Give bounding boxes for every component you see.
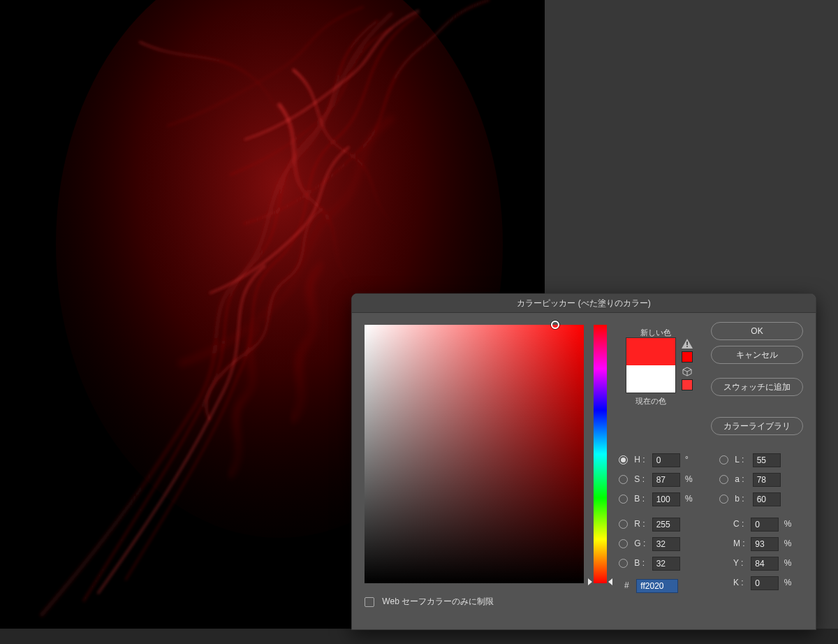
hue-radio[interactable] [619, 455, 628, 464]
hue-handle-right[interactable] [608, 578, 612, 585]
saturation-label: S : [634, 471, 649, 487]
color-swatch-group: 新しい色 現在の色 [617, 325, 694, 338]
Y-unit: % [784, 555, 792, 571]
hex-prefix: # [624, 578, 634, 593]
add-swatch-button[interactable]: スウォッチに追加 [711, 378, 803, 396]
bottom-strip [0, 629, 838, 644]
b-label: b : [735, 491, 750, 506]
C-label: C : [733, 516, 749, 532]
green-radio[interactable] [619, 539, 628, 548]
green-label: G : [634, 536, 649, 551]
M-input[interactable] [751, 537, 779, 551]
color-library-button[interactable]: カラーライブラリ [711, 417, 803, 435]
brightness-radio[interactable] [619, 495, 628, 504]
hue-input[interactable] [652, 453, 680, 467]
hue-label: H : [634, 452, 649, 467]
red-row: R : [619, 516, 680, 532]
M-label: M : [733, 536, 749, 551]
C-input[interactable] [751, 518, 779, 532]
brightness-label: B : [634, 491, 649, 506]
red-label: R : [634, 516, 649, 532]
M-unit: % [784, 536, 792, 551]
green-row: G : [619, 536, 680, 551]
gamut-warning-icon[interactable] [682, 339, 693, 349]
brightness-row: B : % [619, 491, 693, 506]
C-row: C : % [733, 516, 791, 532]
dialog-title[interactable]: カラーピッカー (べた塗りのカラー) [352, 294, 816, 313]
L-input[interactable] [753, 453, 781, 467]
red-radio[interactable] [619, 520, 628, 529]
blue-label: B : [634, 555, 649, 571]
new-color-swatch[interactable] [626, 338, 675, 365]
cancel-button[interactable]: キャンセル [711, 346, 803, 364]
current-color-label: 現在の色 [617, 396, 684, 407]
saturation-input[interactable] [652, 473, 680, 487]
a-input[interactable] [753, 473, 781, 487]
a-radio[interactable] [719, 475, 728, 484]
K-input[interactable] [751, 576, 779, 590]
hex-input[interactable] [636, 579, 678, 593]
hex-row: # [624, 578, 678, 593]
L-row: L : [719, 452, 781, 467]
new-color-label: 新しい色 [617, 328, 694, 338]
b-row: b : [719, 491, 781, 506]
brightness-input[interactable] [652, 492, 680, 506]
svg-rect-3 [686, 346, 688, 347]
red-input[interactable] [652, 518, 680, 532]
hue-handle-left[interactable] [588, 578, 592, 585]
blue-input[interactable] [652, 557, 680, 571]
workspace: カラーピッカー (べた塗りのカラー) 新しい色 現在の色 [0, 0, 838, 644]
blue-radio[interactable] [619, 559, 628, 568]
K-row: K : % [733, 575, 791, 590]
color-swatch-box [626, 337, 676, 393]
brightness-unit: % [685, 491, 693, 506]
C-unit: % [784, 516, 792, 532]
green-input[interactable] [652, 537, 680, 551]
saturation-row: S : % [619, 471, 693, 487]
saturation-value-field[interactable] [365, 325, 584, 583]
gamut-warning-swatch[interactable] [682, 351, 693, 363]
L-radio[interactable] [719, 455, 728, 464]
ok-button[interactable]: OK [711, 322, 803, 340]
Y-input[interactable] [751, 557, 779, 571]
M-row: M : % [733, 536, 791, 551]
K-unit: % [784, 575, 792, 590]
blue-row: B : [619, 555, 680, 571]
Y-row: Y : % [733, 555, 791, 571]
saturation-unit: % [685, 471, 693, 487]
hue-row: H : ° [619, 452, 689, 467]
a-row: a : [719, 471, 781, 487]
websafe-warning-icon[interactable] [682, 367, 693, 376]
K-label: K : [733, 575, 749, 590]
hue-unit: ° [685, 452, 689, 467]
Y-label: Y : [733, 555, 749, 571]
saturation-radio[interactable] [619, 475, 628, 484]
b-input[interactable] [753, 492, 781, 506]
hue-slider[interactable] [594, 325, 607, 583]
current-color-swatch[interactable] [626, 365, 675, 393]
color-picker-dialog: カラーピッカー (べた塗りのカラー) 新しい色 現在の色 [351, 293, 816, 630]
a-label: a : [735, 471, 750, 487]
websafe-row: Web セーフカラーのみに制限 [365, 596, 494, 608]
svg-rect-2 [686, 342, 688, 345]
L-label: L : [735, 452, 750, 467]
websafe-label: Web セーフカラーのみに制限 [382, 597, 494, 606]
websafe-checkbox[interactable] [365, 597, 374, 607]
websafe-swatch[interactable] [682, 379, 693, 390]
b-radio[interactable] [719, 495, 728, 504]
